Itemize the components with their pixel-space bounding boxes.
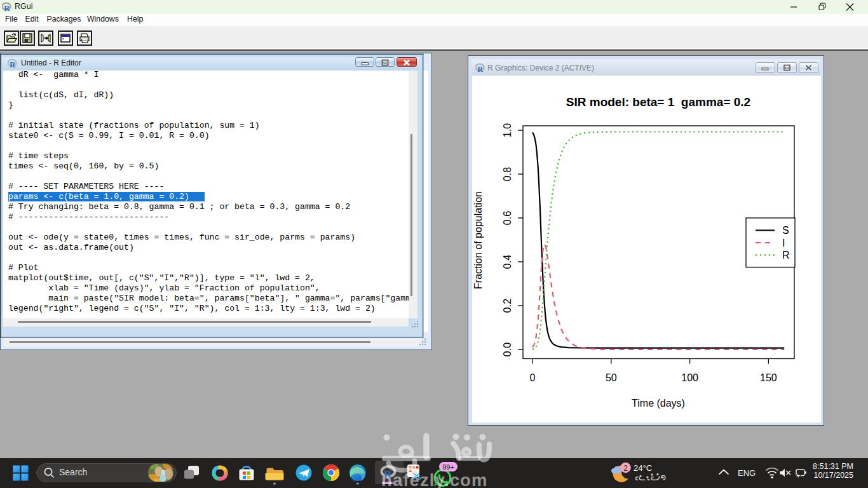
svg-text:R: R	[782, 250, 790, 261]
svg-text:100: 100	[681, 372, 698, 383]
svg-text:0.8: 0.8	[502, 167, 513, 181]
svg-text:Fraction of population: Fraction of population	[473, 191, 484, 289]
svg-text:0.0: 0.0	[502, 342, 513, 356]
svg-text:SIR model: beta= 1 gamma= 0.2: SIR model: beta= 1 gamma= 0.2	[566, 95, 750, 109]
svg-text:0.2: 0.2	[502, 299, 513, 313]
svg-text:R: R	[10, 60, 16, 69]
svg-text:Time (days): Time (days)	[632, 398, 685, 409]
svg-text:2: 2	[623, 464, 628, 473]
svg-text:I: I	[782, 238, 785, 248]
svg-text:0.6: 0.6	[502, 211, 513, 225]
svg-text:S: S	[782, 225, 789, 236]
svg-text:R: R	[4, 4, 10, 13]
svg-text:R: R	[477, 65, 484, 74]
svg-text:50: 50	[606, 372, 617, 383]
svg-text:150: 150	[760, 372, 777, 383]
svg-text:0.4: 0.4	[502, 255, 513, 269]
svg-text:1.0: 1.0	[502, 123, 513, 137]
svg-text:0: 0	[530, 372, 536, 383]
